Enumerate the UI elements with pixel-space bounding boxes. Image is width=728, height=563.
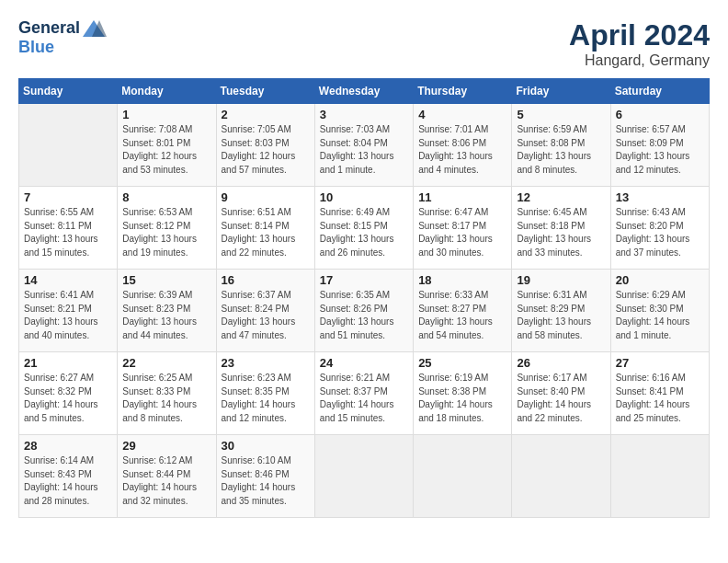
day-number: 28	[24, 439, 112, 453]
day-number: 20	[616, 273, 704, 287]
day-number: 12	[517, 190, 605, 204]
day-number: 27	[616, 356, 704, 370]
day-info: Sunrise: 7:01 AM Sunset: 8:06 PM Dayligh…	[418, 123, 506, 177]
day-number: 13	[616, 190, 704, 204]
day-number: 6	[616, 108, 704, 121]
day-info: Sunrise: 6:57 AM Sunset: 8:09 PM Dayligh…	[616, 123, 704, 177]
day-info: Sunrise: 6:16 AM Sunset: 8:41 PM Dayligh…	[616, 372, 704, 425]
day-number: 17	[320, 273, 408, 287]
day-number: 11	[418, 190, 506, 204]
location-subtitle: Hangard, Germany	[569, 52, 710, 69]
calendar-cell	[314, 435, 413, 518]
calendar-cell	[414, 435, 512, 518]
calendar-table: SundayMondayTuesdayWednesdayThursdayFrid…	[18, 78, 710, 518]
calendar-cell: 7Sunrise: 6:55 AM Sunset: 8:11 PM Daylig…	[19, 187, 118, 270]
col-header-sunday: Sunday	[19, 79, 118, 104]
col-header-thursday: Thursday	[414, 79, 512, 104]
day-info: Sunrise: 6:29 AM Sunset: 8:30 PM Dayligh…	[616, 289, 704, 342]
calendar-cell: 25Sunrise: 6:19 AM Sunset: 8:38 PM Dayli…	[414, 352, 512, 435]
calendar-cell: 9Sunrise: 6:51 AM Sunset: 8:14 PM Daylig…	[216, 187, 314, 270]
calendar-week-row: 21Sunrise: 6:27 AM Sunset: 8:32 PM Dayli…	[19, 352, 710, 435]
calendar-cell: 16Sunrise: 6:37 AM Sunset: 8:24 PM Dayli…	[216, 270, 314, 352]
day-info: Sunrise: 6:45 AM Sunset: 8:18 PM Dayligh…	[517, 206, 605, 259]
day-info: Sunrise: 6:33 AM Sunset: 8:27 PM Dayligh…	[418, 289, 506, 342]
day-info: Sunrise: 6:39 AM Sunset: 8:23 PM Dayligh…	[122, 289, 210, 342]
day-number: 19	[517, 273, 605, 287]
day-number: 9	[222, 190, 310, 204]
day-info: Sunrise: 6:47 AM Sunset: 8:17 PM Dayligh…	[418, 206, 506, 259]
calendar-cell: 18Sunrise: 6:33 AM Sunset: 8:27 PM Dayli…	[414, 270, 512, 352]
calendar-cell	[610, 435, 709, 518]
calendar-cell: 5Sunrise: 6:59 AM Sunset: 8:08 PM Daylig…	[512, 104, 610, 187]
logo-text-general: General	[18, 19, 80, 38]
calendar-cell: 4Sunrise: 7:01 AM Sunset: 8:06 PM Daylig…	[414, 104, 512, 187]
logo: General Blue	[18, 18, 107, 57]
day-number: 1	[122, 108, 210, 121]
day-info: Sunrise: 6:10 AM Sunset: 8:46 PM Dayligh…	[222, 454, 310, 508]
calendar-cell	[512, 435, 610, 518]
calendar-week-row: 28Sunrise: 6:14 AM Sunset: 8:43 PM Dayli…	[19, 435, 710, 518]
calendar-week-row: 7Sunrise: 6:55 AM Sunset: 8:11 PM Daylig…	[19, 187, 710, 270]
calendar-cell: 20Sunrise: 6:29 AM Sunset: 8:30 PM Dayli…	[610, 270, 709, 352]
day-info: Sunrise: 6:14 AM Sunset: 8:43 PM Dayligh…	[24, 454, 112, 508]
calendar-cell: 3Sunrise: 7:03 AM Sunset: 8:04 PM Daylig…	[314, 104, 413, 187]
calendar-week-row: 14Sunrise: 6:41 AM Sunset: 8:21 PM Dayli…	[19, 270, 710, 352]
calendar-cell: 19Sunrise: 6:31 AM Sunset: 8:29 PM Dayli…	[512, 270, 610, 352]
col-header-wednesday: Wednesday	[314, 79, 413, 104]
calendar-cell: 13Sunrise: 6:43 AM Sunset: 8:20 PM Dayli…	[610, 187, 709, 270]
day-number: 7	[24, 190, 112, 204]
page-header: General Blue April 2024 Hangard, Germany	[18, 18, 710, 69]
day-info: Sunrise: 6:27 AM Sunset: 8:32 PM Dayligh…	[24, 372, 112, 425]
day-info: Sunrise: 7:03 AM Sunset: 8:04 PM Dayligh…	[320, 123, 408, 177]
day-info: Sunrise: 6:12 AM Sunset: 8:44 PM Dayligh…	[122, 454, 210, 508]
col-header-friday: Friday	[512, 79, 610, 104]
day-number: 3	[320, 108, 408, 121]
calendar-cell: 2Sunrise: 7:05 AM Sunset: 8:03 PM Daylig…	[216, 104, 314, 187]
day-info: Sunrise: 6:17 AM Sunset: 8:40 PM Dayligh…	[517, 372, 605, 425]
calendar-cell: 12Sunrise: 6:45 AM Sunset: 8:18 PM Dayli…	[512, 187, 610, 270]
day-number: 24	[320, 356, 408, 370]
day-number: 5	[517, 108, 605, 121]
day-number: 25	[418, 356, 506, 370]
calendar-cell: 17Sunrise: 6:35 AM Sunset: 8:26 PM Dayli…	[314, 270, 413, 352]
calendar-cell: 27Sunrise: 6:16 AM Sunset: 8:41 PM Dayli…	[610, 352, 709, 435]
calendar-week-row: 1Sunrise: 7:08 AM Sunset: 8:01 PM Daylig…	[19, 104, 710, 187]
day-info: Sunrise: 6:19 AM Sunset: 8:38 PM Dayligh…	[418, 372, 506, 425]
day-number: 16	[222, 273, 310, 287]
day-number: 21	[24, 356, 112, 370]
calendar-cell: 21Sunrise: 6:27 AM Sunset: 8:32 PM Dayli…	[19, 352, 118, 435]
day-number: 14	[24, 273, 112, 287]
title-block: April 2024 Hangard, Germany	[569, 18, 710, 69]
day-info: Sunrise: 6:49 AM Sunset: 8:15 PM Dayligh…	[320, 206, 408, 259]
day-info: Sunrise: 6:25 AM Sunset: 8:33 PM Dayligh…	[122, 372, 210, 425]
calendar-header-row: SundayMondayTuesdayWednesdayThursdayFrid…	[19, 79, 710, 104]
calendar-cell: 14Sunrise: 6:41 AM Sunset: 8:21 PM Dayli…	[19, 270, 118, 352]
day-info: Sunrise: 6:35 AM Sunset: 8:26 PM Dayligh…	[320, 289, 408, 342]
day-info: Sunrise: 6:31 AM Sunset: 8:29 PM Dayligh…	[517, 289, 605, 342]
day-info: Sunrise: 6:53 AM Sunset: 8:12 PM Dayligh…	[122, 206, 210, 259]
calendar-cell	[19, 104, 118, 187]
day-info: Sunrise: 6:23 AM Sunset: 8:35 PM Dayligh…	[222, 372, 310, 425]
calendar-cell: 26Sunrise: 6:17 AM Sunset: 8:40 PM Dayli…	[512, 352, 610, 435]
col-header-saturday: Saturday	[610, 79, 709, 104]
day-number: 8	[122, 190, 210, 204]
day-info: Sunrise: 6:59 AM Sunset: 8:08 PM Dayligh…	[517, 123, 605, 177]
day-info: Sunrise: 7:05 AM Sunset: 8:03 PM Dayligh…	[222, 123, 310, 177]
day-number: 23	[222, 356, 310, 370]
month-title: April 2024	[569, 18, 710, 52]
calendar-cell: 10Sunrise: 6:49 AM Sunset: 8:15 PM Dayli…	[314, 187, 413, 270]
logo-text-blue: Blue	[18, 38, 54, 56]
day-number: 10	[320, 190, 408, 204]
calendar-cell: 23Sunrise: 6:23 AM Sunset: 8:35 PM Dayli…	[216, 352, 314, 435]
day-info: Sunrise: 6:21 AM Sunset: 8:37 PM Dayligh…	[320, 372, 408, 425]
col-header-monday: Monday	[118, 79, 216, 104]
day-number: 2	[222, 108, 310, 121]
day-info: Sunrise: 6:37 AM Sunset: 8:24 PM Dayligh…	[222, 289, 310, 342]
calendar-cell: 29Sunrise: 6:12 AM Sunset: 8:44 PM Dayli…	[118, 435, 216, 518]
calendar-cell: 8Sunrise: 6:53 AM Sunset: 8:12 PM Daylig…	[118, 187, 216, 270]
calendar-cell: 15Sunrise: 6:39 AM Sunset: 8:23 PM Dayli…	[118, 270, 216, 352]
calendar-cell: 22Sunrise: 6:25 AM Sunset: 8:33 PM Dayli…	[118, 352, 216, 435]
day-info: Sunrise: 6:43 AM Sunset: 8:20 PM Dayligh…	[616, 206, 704, 259]
calendar-cell: 28Sunrise: 6:14 AM Sunset: 8:43 PM Dayli…	[19, 435, 118, 518]
col-header-tuesday: Tuesday	[216, 79, 314, 104]
